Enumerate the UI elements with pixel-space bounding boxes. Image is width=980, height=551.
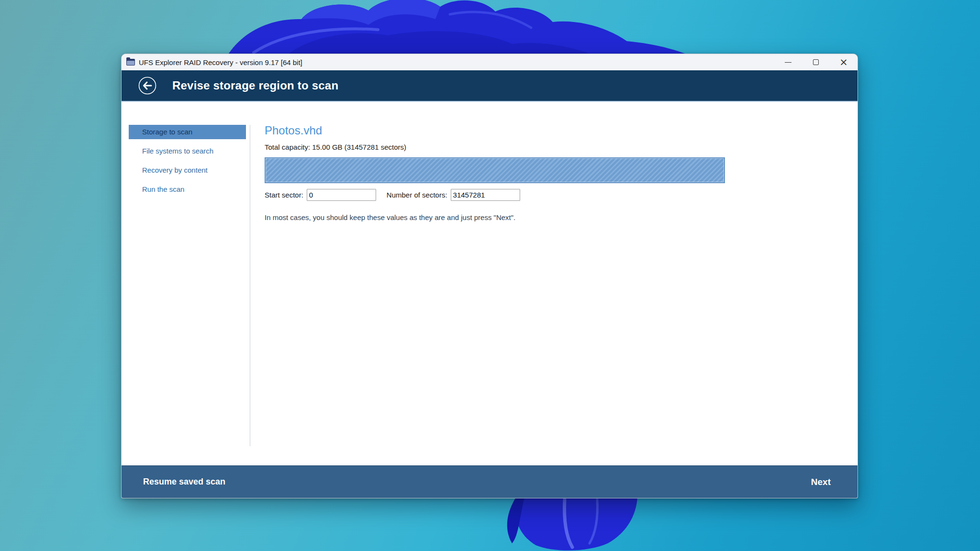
window-title: UFS Explorer RAID Recovery - version 9.1… [139,58,302,66]
minimize-button[interactable] [774,54,802,70]
hint-text: In most cases, you should keep these val… [265,213,858,221]
number-of-sectors-input[interactable] [451,189,520,201]
number-of-sectors-label: Number of sectors: [387,191,447,199]
window-controls: × [774,54,858,70]
left-arrow-icon [144,82,152,89]
app-window: UFS Explorer RAID Recovery - version 9.1… [121,54,858,498]
footer-bar: Resume saved scan Next [122,465,858,498]
back-button[interactable] [138,76,157,95]
maximize-icon [813,59,819,65]
page-title: Revise storage region to scan [172,79,338,92]
sidebar-item-storage-to-scan[interactable]: Storage to scan [129,125,246,139]
start-sector-label: Start sector: [265,191,303,199]
minimize-icon [785,62,791,63]
app-icon [126,59,135,66]
titlebar: UFS Explorer RAID Recovery - version 9.1… [122,54,858,70]
sidebar-separator [250,125,250,446]
close-button[interactable]: × [830,54,858,70]
content-area: Storage to scan File systems to search R… [122,102,858,465]
start-sector-input[interactable] [307,189,376,201]
sector-fields-row: Start sector: Number of sectors: [265,189,858,201]
wallpaper-bloom-bottom [479,497,679,551]
sidebar-item-run-the-scan[interactable]: Run the scan [129,182,246,197]
maximize-button[interactable] [802,54,830,70]
close-icon: × [839,57,848,67]
resume-saved-scan-button[interactable]: Resume saved scan [143,477,225,487]
sidebar-item-recovery-by-content[interactable]: Recovery by content [129,163,246,177]
page-header: Revise storage region to scan [122,70,858,102]
wallpaper-bloom-top [225,0,699,60]
storage-region-bar[interactable] [265,157,725,183]
main-panel: Photos.vhd Total capacity: 15.00 GB (314… [250,102,858,465]
wizard-steps-sidebar: Storage to scan File systems to search R… [122,102,250,465]
storage-name: Photos.vhd [265,124,858,137]
capacity-text: Total capacity: 15.00 GB (31457281 secto… [265,143,858,151]
sidebar-item-file-systems-to-search[interactable]: File systems to search [129,144,246,158]
next-button[interactable]: Next [811,477,831,487]
